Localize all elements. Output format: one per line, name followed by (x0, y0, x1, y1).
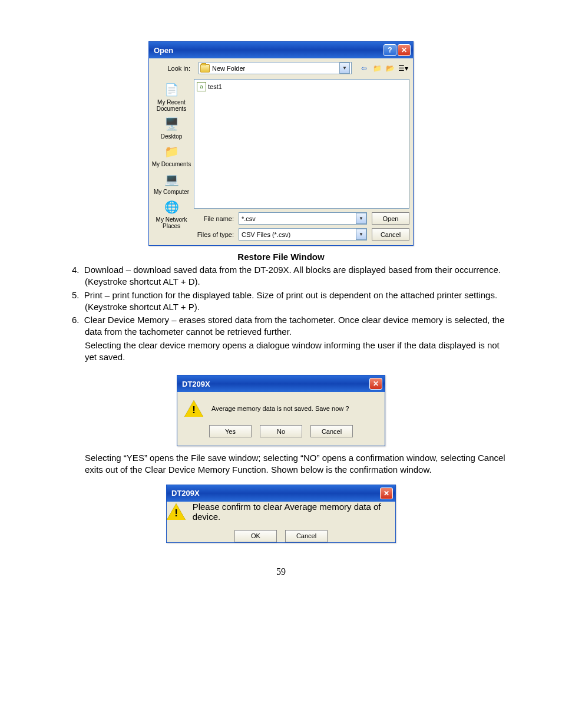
chevron-down-icon[interactable]: ▼ (339, 62, 350, 74)
nav-toolbar: ⇦ 📁 📂 ☰▾ (359, 63, 408, 74)
confirm-clear-dialog: DT209X ✕ Please confirm to clear Average… (166, 485, 396, 543)
my-computer-icon: 💻 (162, 171, 181, 187)
help-button[interactable]: ? (384, 44, 396, 56)
lookin-row: Look in: New Folder ▼ ⇦ 📁 📂 ☰▾ (149, 58, 413, 78)
confirm-clear-text: Please confirm to clear Average memory d… (193, 502, 395, 522)
close-button[interactable]: ✕ (398, 44, 411, 56)
filename-input[interactable] (239, 213, 356, 224)
file-list-area[interactable]: a test1 (194, 79, 409, 209)
open-dialog-titlebar[interactable]: Open ? ✕ (149, 42, 413, 58)
warning-icon (184, 400, 203, 417)
save-prompt-dialog: DT209X ✕ Average memory data is not save… (177, 375, 385, 446)
save-prompt-text: Average memory data is not saved. Save n… (211, 405, 349, 412)
close-button[interactable]: ✕ (369, 378, 382, 390)
no-button[interactable]: No (260, 425, 302, 437)
figure-caption: Restore File Window (53, 252, 509, 262)
open-dialog-title: Open (154, 46, 384, 55)
paragraph: Selecting “YES” opens the File save wind… (53, 452, 509, 476)
chevron-down-icon[interactable]: ▼ (356, 229, 366, 240)
filename-label: File name: (194, 215, 239, 222)
save-prompt-titlebar[interactable]: DT209X ✕ (177, 375, 385, 392)
lookin-combobox[interactable]: New Folder ▼ (199, 62, 352, 74)
network-places-icon: 🌐 (162, 199, 181, 215)
save-prompt-title: DT209X (182, 380, 369, 388)
csv-file-icon: a (197, 82, 206, 91)
filetype-label: Files of type: (194, 231, 239, 238)
my-documents-icon: 📁 (162, 143, 181, 160)
views-menu-icon[interactable]: ☰▾ (398, 63, 408, 74)
up-one-level-icon[interactable]: 📁 (372, 63, 382, 74)
confirm-clear-title: DT209X (171, 489, 380, 498)
page-number: 59 (53, 566, 509, 577)
confirm-clear-titlebar[interactable]: DT209X ✕ (167, 485, 395, 502)
lookin-value: New Folder (212, 65, 339, 72)
new-folder-icon[interactable]: 📂 (385, 63, 395, 74)
cancel-button[interactable]: Cancel (372, 228, 409, 241)
ok-button[interactable]: OK (234, 530, 277, 542)
places-bar: 📄 My Recent Documents 🖥️ Desktop 📁 My Do… (149, 78, 194, 245)
filetype-combobox[interactable]: ▼ (239, 228, 367, 241)
place-my-documents[interactable]: 📁 My Documents (149, 142, 194, 169)
recent-documents-icon: 📄 (162, 81, 181, 98)
desktop-icon: 🖥️ (162, 116, 181, 132)
cancel-button[interactable]: Cancel (310, 425, 353, 437)
place-my-computer[interactable]: 💻 My Computer (149, 170, 194, 196)
lookin-label: Look in: (149, 65, 195, 72)
filetype-input[interactable] (239, 229, 356, 240)
place-my-recent-documents[interactable]: 📄 My Recent Documents (149, 80, 194, 113)
instruction-list: 4. Download – download saved data from t… (53, 264, 509, 363)
open-button[interactable]: Open (372, 212, 409, 225)
open-file-dialog: Open ? ✕ Look in: New Folder ▼ ⇦ 📁 📂 ☰▾ … (148, 41, 414, 246)
cancel-button[interactable]: Cancel (285, 530, 328, 542)
file-item[interactable]: a test1 (197, 82, 406, 91)
warning-icon (167, 503, 184, 520)
file-item-label: test1 (208, 83, 222, 90)
place-desktop[interactable]: 🖥️ Desktop (149, 114, 194, 141)
chevron-down-icon[interactable]: ▼ (356, 213, 366, 224)
back-icon[interactable]: ⇦ (359, 63, 369, 74)
yes-button[interactable]: Yes (209, 425, 252, 437)
folder-icon (200, 64, 210, 73)
place-my-network-places[interactable]: 🌐 My Network Places (149, 197, 194, 230)
close-button[interactable]: ✕ (380, 487, 393, 499)
filename-combobox[interactable]: ▼ (239, 212, 367, 225)
